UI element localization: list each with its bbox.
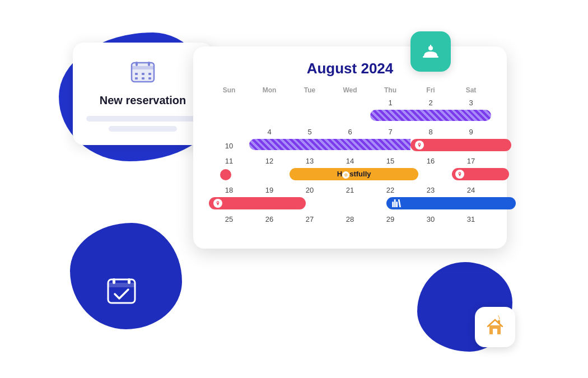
day-cell-6: 6 [330,125,370,139]
day-cell [249,96,290,124]
svg-rect-22 [392,202,394,207]
day-cell-31: 31 [451,213,491,237]
svg-rect-15 [423,56,438,58]
purple-bar-week1 [370,110,491,121]
svg-rect-18 [493,329,497,334]
main-scene: New reservation August 2024 [42,16,546,363]
vrbo-bar-week4 [386,197,516,209]
svg-rect-3 [136,62,138,66]
check-calendar-icon [102,272,141,310]
svg-rect-17 [430,45,431,47]
svg-rect-2 [132,66,154,69]
svg-rect-6 [142,73,144,75]
week-row-1: 1 2 3 [209,96,491,124]
col-header-sun: Sun [209,86,249,94]
svg-rect-23 [394,199,396,207]
day-cell-5: 5 [290,125,330,139]
day-cell-25: 25 [209,213,249,237]
svg-rect-5 [135,73,138,75]
day-cell-7: 7 [370,125,410,139]
calendar-card: August 2024 Sun Mon Tue Wed Thu Fri Sat [193,46,507,249]
svg-point-21 [217,202,218,203]
svg-point-19 [419,143,420,144]
day-cell-28: 28 [330,213,370,237]
day-cell-30: 30 [410,213,451,237]
svg-marker-25 [398,199,401,207]
week-row-3: 11 12 13 14 15 16 17 Hostfully [209,155,491,183]
svg-rect-24 [396,202,398,207]
hostfully-label: Hostfully [337,170,371,179]
day-cell-29: 29 [370,213,410,237]
svg-rect-13 [113,278,115,284]
day-cell-21: 21 [330,184,370,212]
day-cell-27: 27 [290,213,330,237]
day-cell-8: 8 [410,125,451,139]
calendar-icon [86,58,199,87]
service-icon-card [410,31,451,72]
day-cell-9: 9 [451,125,491,139]
airbnb-logo-2 [455,170,464,179]
svg-rect-8 [135,77,138,80]
purple-bar-week2 [249,139,410,150]
svg-rect-4 [148,62,150,66]
svg-rect-14 [128,278,130,284]
room-service-icon [419,40,442,63]
svg-rect-12 [108,283,135,287]
red-dot-day11 [220,169,231,180]
airbnb-logo [415,141,424,150]
col-header-wed: Wed [330,86,370,94]
airbnb-badge-day17 [452,168,509,180]
week-row-4: 18 19 20 21 22 23 24 [209,184,491,212]
svg-rect-10 [148,77,151,80]
new-reservation-card: New reservation [73,43,213,145]
day-cell [209,125,249,139]
day-cell [209,96,249,124]
svg-rect-7 [148,73,151,75]
vrbo-logo-icon [392,199,402,207]
airbnb-bar-week2 [410,139,511,151]
svg-rect-9 [142,77,144,80]
day-cell-10: 10 [209,139,249,153]
col-header-mon: Mon [249,86,290,94]
airbnb-bar-week4 [209,197,306,209]
day-cell [290,96,330,124]
col-header-fri: Fri [410,86,451,94]
home-icon-card [475,307,515,347]
week-row-2: 4 5 6 7 8 9 10 [209,125,491,153]
day-cell-12: 12 [249,155,290,183]
col-header-sat: Sat [451,86,491,94]
col-header-thu: Thu [370,86,410,94]
hostfully-bar: Hostfully [290,168,418,180]
input-mock-2 [109,126,176,132]
airbnb-logo-3 [213,199,222,208]
day-cell-4: 4 [249,125,290,139]
home-icon [483,315,507,339]
input-mock-1 [86,116,199,122]
col-header-tue: Tue [290,86,330,94]
new-reservation-title: New reservation [86,94,199,107]
day-cell-26: 26 [249,213,290,237]
week-row-5: 25 26 27 28 29 30 31 [209,213,491,237]
svg-point-20 [459,172,460,174]
day-cell [330,96,370,124]
